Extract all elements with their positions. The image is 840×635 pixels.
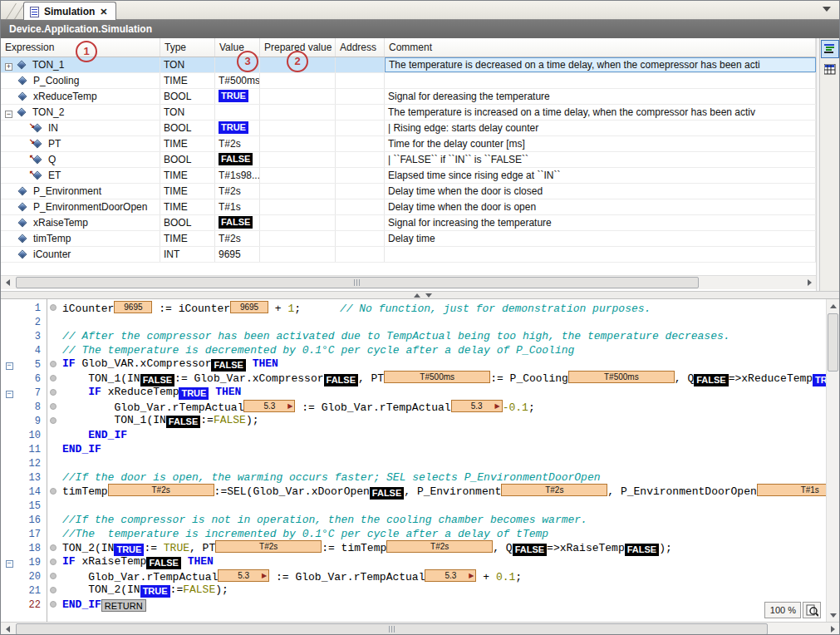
inline-false-chip[interactable]: FALSE	[625, 544, 659, 556]
table-row[interactable]: ↘INBOOLTRUE| Rising edge: starts delay c…	[1, 121, 816, 136]
cell-expression[interactable]: P_EnvironmentDoorOpen	[1, 199, 160, 214]
inline-true-chip[interactable]: TRUE	[813, 374, 827, 386]
code-line[interactable]: 21 TON_2(INTRUE:=FALSE);	[1, 583, 827, 598]
inline-true-chip[interactable]: TRUE	[140, 585, 170, 598]
table-row[interactable]: timTempTIMET#2sDelay time	[1, 231, 816, 247]
scroll-up-arrow-icon[interactable]	[827, 299, 840, 313]
code-text[interactable]: IF xReduceTempTRUE THEN	[62, 386, 827, 400]
cell-value[interactable]: T#1s	[215, 199, 260, 214]
table-row[interactable]: xReduceTempBOOLTRUESignal for dereasing …	[1, 89, 816, 105]
table-row[interactable]: iCounterINT9695	[1, 247, 816, 263]
scroll-right-arrow-icon[interactable]	[803, 276, 816, 289]
code-line[interactable]: 6 TON_1(INFALSE:= Glob_Var.xCompressorFA…	[1, 372, 827, 386]
cell-prepared-value[interactable]	[260, 152, 336, 167]
table-row[interactable]: ↖ETTIMET#1s98...Elapsed time since risin…	[1, 168, 816, 184]
cell-expression[interactable]: xRaiseTemp	[1, 215, 160, 230]
cell-value[interactable]: FALSE	[215, 215, 260, 230]
inline-false-chip[interactable]: FALSE	[140, 374, 174, 386]
magnifier-button[interactable]	[803, 602, 821, 618]
code-text[interactable]: TON_1(INFALSE:=FALSE);	[62, 414, 827, 428]
scroll-left-arrow-icon[interactable]	[1, 276, 14, 289]
table-row[interactable]: +TON_1TONThe temperature is decreased on…	[1, 57, 816, 73]
expand-arrow-icon[interactable]: ▶	[262, 570, 267, 582]
code-line[interactable]: 8 Glob_Var.rTempActual5.3▶ := Glob_Var.r…	[1, 400, 827, 414]
cell-expression[interactable]: ↘IN	[1, 121, 160, 135]
code-text[interactable]: //The temperature is incremented by 0.1°…	[62, 528, 827, 540]
code-line[interactable]: 3// After the compressor has been activa…	[1, 329, 827, 343]
code-text[interactable]: Glob_Var.rTempActual5.3▶ := Glob_Var.rTe…	[62, 400, 827, 414]
cell-value[interactable]: 9695	[215, 247, 260, 262]
code-text[interactable]: END_IF	[62, 443, 827, 455]
code-line[interactable]: 17//The temperature is incremented by 0.…	[1, 527, 827, 541]
cell-value[interactable]	[215, 105, 260, 120]
code-line[interactable]: −5IF Glob_VAR.xCompressorFALSE THEN	[1, 357, 827, 372]
close-icon[interactable]: ✕	[100, 7, 107, 17]
code-text[interactable]: IF xRaiseTempFALSE THEN	[62, 555, 827, 569]
tab-overflow-dropdown-icon[interactable]	[823, 7, 831, 12]
tabular-view-button[interactable]	[821, 60, 839, 78]
scrollbar-thumb[interactable]	[828, 313, 838, 372]
code-line[interactable]: 10 END_IF	[1, 428, 827, 442]
cell-prepared-value[interactable]	[260, 121, 336, 135]
code-line[interactable]: 16//If the compressor is not in operatio…	[1, 513, 827, 527]
inline-monitor-box[interactable]: T#2s	[386, 540, 493, 553]
inline-monitor-box[interactable]: 9695	[114, 301, 152, 313]
code-line[interactable]: 20 Glob_Var.rTempActual5.3▶ := Glob_Var.…	[1, 569, 827, 583]
table-row[interactable]: P_EnvironmentDoorOpenTIMET#1sDelay time …	[1, 199, 816, 215]
scrollbar-thumb[interactable]	[16, 277, 699, 288]
code-text[interactable]: END_IF	[62, 429, 827, 441]
cell-value[interactable]: T#2s	[215, 136, 260, 151]
code-text[interactable]: //If the door is open, the warming occur…	[62, 471, 827, 484]
code-text[interactable]: // After the compressor has been activat…	[62, 330, 827, 342]
scroll-left-arrow-icon[interactable]	[1, 623, 14, 635]
cell-value[interactable]: T#2s	[215, 231, 260, 246]
code-line[interactable]: 1iCounter9695 := iCounter9695 + 1; // No…	[1, 301, 827, 315]
inline-true-chip[interactable]: TRUE	[114, 544, 144, 556]
code-editor[interactable]: 1iCounter9695 := iCounter9695 + 1; // No…	[1, 299, 827, 622]
cell-prepared-value[interactable]	[260, 73, 336, 88]
code-line[interactable]: −7 IF xReduceTempTRUE THEN	[1, 386, 827, 400]
cell-prepared-value[interactable]	[260, 184, 336, 199]
inline-monitor-box[interactable]: T#2s	[215, 540, 322, 553]
textual-view-button[interactable]	[821, 40, 839, 58]
code-line[interactable]: 9 TON_1(INFALSE:=FALSE);	[1, 414, 827, 428]
cell-expression[interactable]: timTemp	[1, 231, 160, 246]
cell-expression[interactable]: −TON_2	[1, 105, 160, 120]
inline-true-chip[interactable]: TRUE	[179, 387, 209, 400]
code-text[interactable]: // The temperature is decremented by 0.1…	[62, 344, 827, 357]
inline-monitor-box[interactable]: 9695	[230, 301, 268, 313]
code-text[interactable]: IF Glob_VAR.xCompressorFALSE THEN	[62, 357, 827, 372]
scrollbar-thumb[interactable]	[16, 623, 768, 635]
cell-prepared-value[interactable]	[260, 247, 336, 262]
code-text[interactable]: TON_1(INFALSE:= Glob_Var.xCompressorFALS…	[62, 371, 827, 386]
cell-expression[interactable]: xReduceTemp	[1, 89, 160, 104]
cell-prepared-value[interactable]	[260, 231, 336, 246]
code-text[interactable]: TON_2(INTRUE:=FALSE);	[62, 583, 827, 598]
column-header-address[interactable]: Address	[336, 38, 385, 57]
table-row[interactable]: P_EnvironmentTIMET#2sDelay time when the…	[1, 184, 816, 199]
code-line[interactable]: 15	[1, 499, 827, 513]
inline-false-chip[interactable]: FALSE	[370, 487, 404, 500]
cell-value[interactable]: TRUE	[215, 89, 260, 104]
code-text[interactable]: TON_2(INTRUE:= TRUE, PTT#2s:= timTempT#2…	[62, 540, 827, 556]
code-line[interactable]: −19IF xRaiseTempFALSE THEN	[1, 555, 827, 569]
inline-monitor-box[interactable]: 5.3▶	[425, 569, 476, 582]
cell-prepared-value[interactable]	[260, 215, 336, 230]
cell-expression[interactable]: ↖ET	[1, 168, 160, 183]
table-row[interactable]: −TON_2TONThe temperature is increased on…	[1, 105, 816, 121]
code-line[interactable]: 4// The temperature is decremented by 0.…	[1, 343, 827, 357]
inline-false-chip[interactable]: FALSE	[146, 557, 180, 569]
code-line[interactable]: 18TON_2(INTRUE:= TRUE, PTT#2s:= timTempT…	[1, 541, 827, 555]
code-line[interactable]: 13//If the door is open, the warming occ…	[1, 470, 827, 485]
cell-value[interactable]: FALSE	[215, 152, 260, 167]
table-row[interactable]: xRaiseTempBOOLFALSESignal for increasing…	[1, 215, 816, 231]
cell-prepared-value[interactable]	[260, 168, 336, 183]
table-row[interactable]: ↘PTTIMET#2sTime for the delay counter [m…	[1, 136, 816, 152]
cell-prepared-value[interactable]	[260, 89, 336, 104]
inline-monitor-box[interactable]: 5.3▶	[451, 400, 503, 412]
code-horizontal-scrollbar[interactable]	[1, 622, 839, 635]
inline-monitor-box[interactable]: T#2s	[108, 484, 214, 496]
cell-expression[interactable]: ↘PT	[1, 136, 160, 151]
code-vertical-scrollbar[interactable]	[826, 299, 839, 622]
inline-monitor-box[interactable]: T#2s	[501, 484, 607, 496]
